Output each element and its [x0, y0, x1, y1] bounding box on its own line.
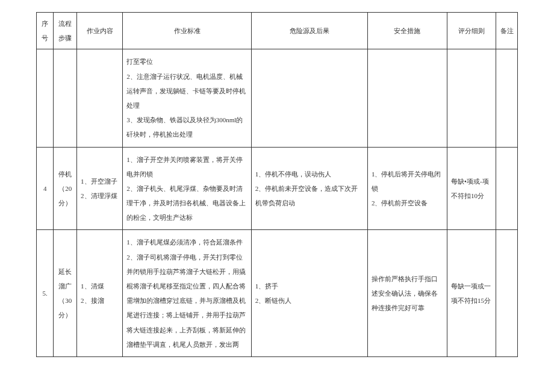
cell-step — [54, 49, 77, 147]
cell-seq — [37, 49, 54, 147]
cell-measure: 操作前严格执行手指口述安全确认法，确保各种连接件完好可靠 — [367, 230, 447, 357]
table-row: 4 停机（20分） 1、开空溜子 2、清理浮煤 1、溜子开空并关闭喷雾装置，将开… — [37, 147, 518, 230]
cell-standard: 打至零位 2、注意溜子运行状况、电机温度、机械运转声音，发现躺链、卡链等要及时停… — [123, 49, 251, 147]
header-measure: 安全措施 — [367, 13, 447, 49]
cell-step: 停机（20分） — [54, 147, 77, 230]
cell-remark — [496, 147, 518, 230]
table-row: 打至零位 2、注意溜子运行状况、电机温度、机械运转声音，发现躺链、卡链等要及时停… — [37, 49, 518, 147]
cell-seq: 5. — [37, 230, 54, 357]
header-content: 作业内容 — [77, 13, 123, 49]
cell-remark — [496, 49, 518, 147]
table-header-row: 序号 流程步骤 作业内容 作业标准 危险源及后果 安全措施 评分细则 备注 — [37, 13, 518, 49]
cell-criteria: 每缺一项或一项不符扣15分 — [447, 230, 496, 357]
cell-hazard: 1、挤手 2、断链伤人 — [251, 230, 367, 357]
header-hazard: 危险源及后果 — [251, 13, 367, 49]
cell-content: 1、清煤 2、接溜 — [77, 230, 123, 357]
cell-step: 延长溜广（30分） — [54, 230, 77, 357]
cell-remark — [496, 230, 518, 357]
cell-standard: 1、溜子机尾煤必须清净，符合延溜条件 2、溜子司机将溜子停电，开关打到零位并闭锁… — [123, 230, 251, 357]
table-row: 5. 延长溜广（30分） 1、清煤 2、接溜 1、溜子机尾煤必须清净，符合延溜条… — [37, 230, 518, 357]
header-remark: 备注 — [496, 13, 518, 49]
header-criteria: 评分细则 — [447, 13, 496, 49]
cell-content — [77, 49, 123, 147]
cell-measure: 1、停机后将开关停电闭锁 2、停机前开空设备 — [367, 147, 447, 230]
header-step: 流程步骤 — [54, 13, 77, 49]
cell-content: 1、开空溜子 2、清理浮煤 — [77, 147, 123, 230]
header-standard: 作业标准 — [123, 13, 251, 49]
cell-seq: 4 — [37, 147, 54, 230]
header-seq: 序号 — [37, 13, 54, 49]
cell-hazard: 1、停机不停电，误动伤人 2、停机前未开空设备，造成下次开机带负荷启动 — [251, 147, 367, 230]
cell-standard: 1、溜子开空并关闭喷雾装置，将开关停电并闭锁 2、溜子机头、机尾浮煤、杂物要及时… — [123, 147, 251, 230]
procedure-table: 序号 流程步骤 作业内容 作业标准 危险源及后果 安全措施 评分细则 备注 打至… — [36, 12, 518, 357]
cell-hazard — [251, 49, 367, 147]
cell-criteria — [447, 49, 496, 147]
cell-measure — [367, 49, 447, 147]
cell-criteria: 每缺•项或-项不符扣10分 — [447, 147, 496, 230]
